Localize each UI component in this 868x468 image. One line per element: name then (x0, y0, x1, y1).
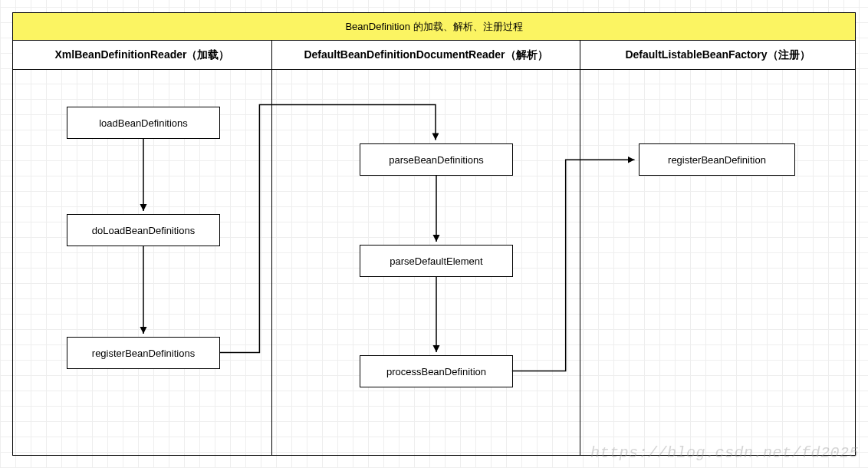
watermark: https://blog.csdn.net/fd2025 (590, 444, 859, 462)
diagram-container: BeanDefinition 的加载、解析、注册过程 XmlBeanDefini… (12, 12, 856, 456)
column-registry-header: DefaultListableBeanFactory（注册） (580, 41, 855, 70)
column-parser: DefaultBeanDefinitionDocumentReader（解析） … (272, 41, 580, 455)
node-register-bean-definitions: registerBeanDefinitions (67, 337, 220, 369)
node-parse-default-element: parseDefaultElement (360, 245, 513, 277)
node-load-bean-definitions: loadBeanDefinitions (67, 107, 220, 139)
column-loader-header: XmlBeanDefinitionReader（加载） (13, 41, 271, 70)
node-register-bean-definition: registerBeanDefinition (639, 143, 795, 176)
node-parse-bean-definitions: parseBeanDefinitions (360, 143, 513, 176)
column1-arrows (13, 41, 271, 455)
diagram-title: BeanDefinition 的加载、解析、注册过程 (345, 20, 522, 34)
column-loader: XmlBeanDefinitionReader（加载） loadBeanDefi… (13, 41, 272, 455)
diagram-title-bar: BeanDefinition 的加载、解析、注册过程 (13, 13, 855, 41)
node-do-load-bean-definitions: doLoadBeanDefinitions (67, 214, 220, 246)
node-process-bean-definition: processBeanDefinition (360, 355, 513, 387)
column-parser-header: DefaultBeanDefinitionDocumentReader（解析） (272, 41, 580, 70)
diagram-columns: XmlBeanDefinitionReader（加载） loadBeanDefi… (13, 41, 855, 455)
column-registry: DefaultListableBeanFactory（注册） registerB… (580, 41, 855, 455)
